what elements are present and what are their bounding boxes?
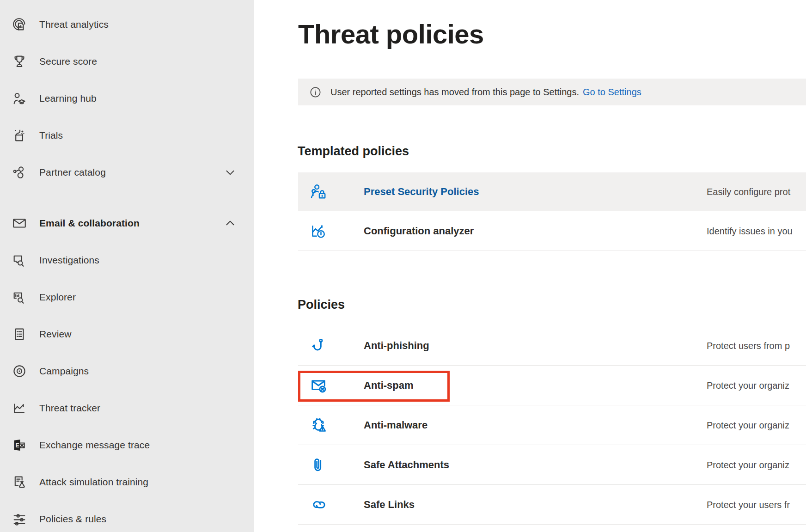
sidebar-item-explorer[interactable]: Explorer	[0, 279, 254, 316]
row-anti-malware[interactable]: Anti-malware Protect your organiz	[298, 405, 806, 445]
sidebar-item-label: Exchange message trace	[39, 440, 150, 451]
campaigns-icon	[11, 363, 28, 379]
preset-security-icon	[309, 183, 328, 201]
anti-spam-icon	[309, 376, 328, 395]
banner-message: User reported settings has moved from th…	[330, 87, 579, 98]
policy-description: Easily configure prot	[707, 187, 790, 197]
learning-hub-icon	[11, 90, 28, 107]
safe-links-icon	[309, 495, 328, 514]
sidebar-separator	[11, 199, 239, 199]
page-title: Threat policies	[298, 18, 484, 49]
sidebar-item-threat-tracker[interactable]: Threat tracker	[0, 390, 254, 427]
sidebar-item-label: Partner catalog	[39, 167, 106, 178]
sidebar-item-secure-score[interactable]: Secure score	[0, 43, 254, 80]
row-configuration-analyzer[interactable]: Configuration analyzer Identify issues i…	[298, 211, 806, 251]
go-to-settings-link[interactable]: Go to Settings	[583, 87, 641, 98]
anti-phishing-icon	[309, 336, 328, 355]
policy-description: Protect your users fr	[707, 499, 790, 510]
email-icon	[11, 215, 28, 232]
sidebar-item-attack-simulation-training[interactable]: Attack simulation training	[0, 464, 254, 501]
policy-description: Protect your organiz	[707, 380, 789, 391]
sidebar-nav: Threat analytics Secure score Learning h…	[0, 0, 254, 532]
policy-label[interactable]: Anti-phishing	[364, 340, 429, 352]
policy-label[interactable]: Anti-malware	[364, 419, 427, 431]
trophy-icon	[11, 53, 28, 70]
sidebar-item-campaigns[interactable]: Campaigns	[0, 353, 254, 390]
policies-list: Anti-phishing Protect users from p Anti-…	[254, 326, 806, 525]
row-safe-attachments[interactable]: Safe Attachments Protect your organiz	[298, 445, 806, 485]
row-preset-security-policies[interactable]: Preset Security Policies Easily configur…	[298, 172, 806, 211]
partner-catalog-icon	[11, 164, 28, 181]
sidebar-item-label: Policies & rules	[39, 514, 106, 525]
threat-analytics-icon	[11, 16, 28, 33]
sidebar-item-policies-rules[interactable]: Policies & rules	[0, 501, 254, 532]
templated-policies-heading: Templated policies	[298, 144, 409, 159]
trials-icon	[11, 127, 28, 144]
threat-tracker-icon	[11, 400, 28, 416]
sidebar-item-label: Attack simulation training	[39, 477, 148, 488]
sidebar-item-trials[interactable]: Trials	[0, 117, 254, 154]
policy-description: Protect users from p	[707, 340, 790, 351]
chevron-up-icon[interactable]	[224, 217, 236, 229]
sidebar-group-email-collaboration[interactable]: Email & collaboration	[0, 205, 254, 242]
row-safe-links[interactable]: Safe Links Protect your users fr	[298, 485, 806, 525]
info-banner: User reported settings has moved from th…	[298, 79, 806, 105]
paperclip-icon	[309, 456, 328, 474]
explorer-icon	[11, 289, 28, 306]
policy-description: Protect your organiz	[707, 459, 789, 470]
policy-label[interactable]: Preset Security Policies	[364, 186, 479, 198]
exchange-icon: E	[11, 437, 28, 453]
info-icon	[309, 86, 322, 98]
svg-text:E: E	[16, 442, 20, 449]
policy-description: Identify issues in you	[707, 226, 793, 236]
sidebar-item-label: Trials	[39, 130, 63, 141]
policy-label[interactable]: Configuration analyzer	[364, 225, 474, 237]
sidebar-item-learning-hub[interactable]: Learning hub	[0, 80, 254, 117]
sidebar-item-label: Explorer	[39, 292, 76, 303]
chevron-down-icon[interactable]	[224, 166, 236, 178]
sidebar-item-partner-catalog[interactable]: Partner catalog	[0, 154, 254, 191]
anti-malware-icon	[309, 416, 328, 434]
sidebar-item-label: Threat tracker	[39, 403, 100, 414]
policy-label[interactable]: Safe Links	[364, 499, 415, 511]
sidebar-item-label: Learning hub	[39, 93, 97, 104]
attack-simulation-icon	[11, 474, 28, 490]
sidebar-item-label: Secure score	[39, 56, 97, 67]
policy-description: Protect your organiz	[707, 420, 789, 430]
sliders-icon	[11, 511, 28, 527]
policy-label[interactable]: Safe Attachments	[364, 459, 449, 471]
configuration-analyzer-icon	[309, 222, 328, 240]
sidebar-item-label: Threat analytics	[39, 19, 109, 30]
investigations-icon	[11, 252, 28, 269]
main-content: Threat policies User reported settings h…	[254, 0, 806, 532]
sidebar-group-label: Email & collaboration	[39, 218, 140, 229]
sidebar-item-label: Investigations	[39, 255, 99, 266]
sidebar-item-review[interactable]: Review	[0, 316, 254, 353]
sidebar-item-label: Review	[39, 329, 71, 340]
policy-label[interactable]: Anti-spam	[364, 379, 414, 391]
sidebar-item-threat-analytics[interactable]: Threat analytics	[0, 6, 254, 43]
sidebar-item-exchange-message-trace[interactable]: E Exchange message trace	[0, 427, 254, 464]
policies-heading: Policies	[298, 298, 345, 312]
row-anti-phishing[interactable]: Anti-phishing Protect users from p	[298, 326, 806, 366]
review-icon	[11, 326, 28, 342]
row-anti-spam[interactable]: Anti-spam Protect your organiz	[298, 366, 806, 405]
sidebar-item-label: Campaigns	[39, 366, 89, 377]
sidebar-item-investigations[interactable]: Investigations	[0, 242, 254, 279]
